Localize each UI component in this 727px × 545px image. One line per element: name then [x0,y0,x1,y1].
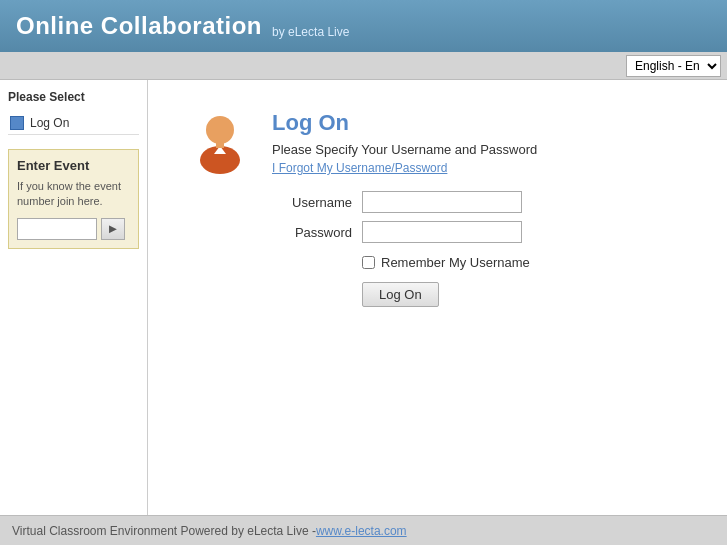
sidebar-item-log-on[interactable]: Log On [8,112,139,135]
language-bar: English - En [0,52,727,80]
language-selector[interactable]: English - En [626,55,721,77]
logon-form-area: Log On Please Specify Your Username and … [272,110,687,307]
sidebar: Please Select Log On Enter Event If you … [0,80,148,515]
content-area: Log On Please Specify Your Username and … [148,80,727,515]
enter-event-box: Enter Event If you know the event number… [8,149,139,249]
password-label: Password [272,225,352,240]
header: Online Collaboration by eLecta Live [0,0,727,52]
forgot-link[interactable]: I Forgot My Username/Password [272,161,687,175]
enter-event-title: Enter Event [17,158,130,173]
event-number-input[interactable] [17,218,97,240]
fields-table: Username Password [272,191,687,243]
enter-event-description: If you know the event number join here. [17,179,130,210]
password-row: Password [272,221,687,243]
app-title: Online Collaboration [16,12,262,40]
app-subtitle: by eLecta Live [272,25,349,42]
footer-text: Virtual Classroom Environment Powered by… [12,524,316,538]
svg-point-0 [206,116,234,144]
sidebar-heading: Please Select [8,90,139,104]
logon-title: Log On [272,110,687,136]
main-layout: Please Select Log On Enter Event If you … [0,80,727,515]
svg-rect-3 [216,142,224,148]
username-label: Username [272,195,352,210]
username-row: Username [272,191,687,213]
password-input[interactable] [362,221,522,243]
event-go-button[interactable]: ► [101,218,125,240]
avatar-area [188,110,252,307]
footer-link[interactable]: www.e-lecta.com [316,524,407,538]
remember-checkbox[interactable] [362,256,375,269]
enter-event-row: ► [17,218,130,240]
remember-label: Remember My Username [381,255,530,270]
logon-description: Please Specify Your Username and Passwor… [272,142,687,157]
logon-container: Log On Please Specify Your Username and … [188,110,687,307]
sidebar-item-label: Log On [30,116,69,130]
username-input[interactable] [362,191,522,213]
logon-button[interactable]: Log On [362,282,439,307]
footer: Virtual Classroom Environment Powered by… [0,515,727,545]
checkbox-icon [10,116,24,130]
remember-row: Remember My Username [362,255,687,270]
user-avatar-icon [188,110,252,174]
